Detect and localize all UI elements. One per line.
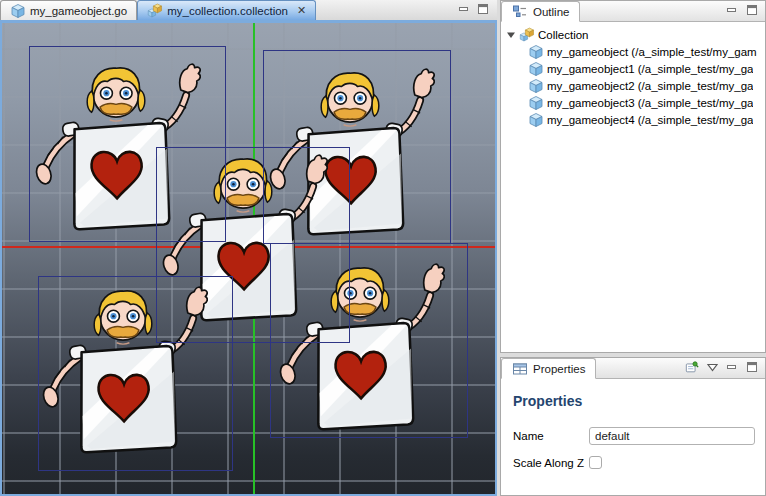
name-field-row: Name — [513, 427, 753, 445]
tree-row-my-gameobject4[interactable]: my_gameobject4 (/a_simple_test/my_ga — [501, 111, 765, 128]
tree-item-label: my_gameobject2 (/a_simple_test/my_ga — [547, 80, 753, 92]
minimize-icon[interactable] — [725, 361, 739, 373]
collection-cubes-icon — [519, 27, 535, 43]
editor-tabbar: my_gameobject.go my_collection.collectio… — [0, 0, 497, 20]
gameobject-cube-icon — [10, 3, 26, 19]
editor-area: my_gameobject.go my_collection.collectio… — [0, 0, 497, 496]
name-input[interactable] — [589, 427, 755, 445]
tree-item-label: my_gameobject3 (/a_simple_test/my_ga — [547, 97, 753, 109]
tree-item-label: my_gameobject (/a_simple_test/my_gam — [547, 46, 757, 58]
tab-my-gameobject-go[interactable]: my_gameobject.go — [0, 0, 137, 20]
gameobject-cube-icon — [528, 44, 544, 60]
scale-along-z-checkbox[interactable] — [589, 456, 602, 469]
outline-tabbar: Outline — [501, 1, 765, 22]
tab-properties[interactable]: Properties — [501, 358, 596, 379]
expander-collapse-icon[interactable] — [506, 30, 516, 40]
gameobject-cube-icon — [528, 61, 544, 77]
properties-form: Properties Name Scale Along Z — [501, 379, 765, 488]
tree-row-collection[interactable]: Collection — [501, 26, 765, 43]
tree-row-my-gameobject3[interactable]: my_gameobject3 (/a_simple_test/my_ga — [501, 94, 765, 111]
scale-along-z-label: Scale Along Z — [513, 457, 589, 469]
application-window: my_gameobject.go my_collection.collectio… — [0, 0, 766, 496]
minimize-icon[interactable] — [457, 3, 471, 15]
tab-close-icon[interactable]: ✕ — [297, 4, 306, 17]
pin-editor-icon[interactable] — [685, 361, 699, 373]
maximize-icon[interactable] — [745, 361, 759, 373]
tree-item-label: Collection — [538, 29, 589, 41]
selection-bounding-box — [38, 276, 233, 471]
gameobject-cube-icon — [528, 95, 544, 111]
panel-tab-label: Outline — [533, 6, 569, 18]
properties-heading: Properties — [513, 393, 753, 409]
right-sidebar: Outline Collection m — [497, 0, 766, 496]
minimize-icon[interactable] — [725, 4, 739, 16]
view-menu-icon[interactable] — [705, 361, 719, 373]
tab-label: my_collection.collection — [167, 5, 288, 17]
properties-toolbar — [685, 361, 765, 378]
tree-row-my-gameobject[interactable]: my_gameobject (/a_simple_test/my_gam — [501, 43, 765, 60]
properties-tabbar: Properties — [501, 358, 765, 379]
tab-my-collection-collection[interactable]: my_collection.collection ✕ — [137, 0, 316, 20]
maximize-icon[interactable] — [745, 4, 759, 16]
selection-bounding-box — [270, 243, 468, 438]
maximize-icon[interactable] — [476, 3, 490, 15]
gameobject-cube-icon — [528, 78, 544, 94]
tree-row-my-gameobject1[interactable]: my_gameobject1 (/a_simple_test/my_ga — [501, 60, 765, 77]
outline-panel: Outline Collection m — [500, 0, 766, 353]
tree-item-label: my_gameobject4 (/a_simple_test/my_ga — [547, 114, 753, 126]
name-label: Name — [513, 430, 589, 442]
panel-tab-label: Properties — [533, 363, 585, 375]
tree-item-label: my_gameobject1 (/a_simple_test/my_ga — [547, 63, 753, 75]
editor-window-buttons — [457, 0, 497, 15]
table-icon — [512, 361, 528, 377]
viewport[interactable] — [0, 20, 497, 496]
outline-window-buttons — [725, 4, 765, 21]
gameobject-cube-icon — [528, 112, 544, 128]
tab-label: my_gameobject.go — [30, 5, 127, 17]
outline-tree: Collection my_gameobject (/a_simple_test… — [501, 22, 765, 128]
tab-outline[interactable]: Outline — [501, 1, 580, 22]
properties-panel: Properties — [500, 357, 766, 496]
tree-row-my-gameobject2[interactable]: my_gameobject2 (/a_simple_test/my_ga — [501, 77, 765, 94]
collection-cubes-icon — [147, 3, 163, 19]
outline-tree-icon — [512, 4, 528, 20]
scale-along-z-row: Scale Along Z — [513, 456, 753, 469]
